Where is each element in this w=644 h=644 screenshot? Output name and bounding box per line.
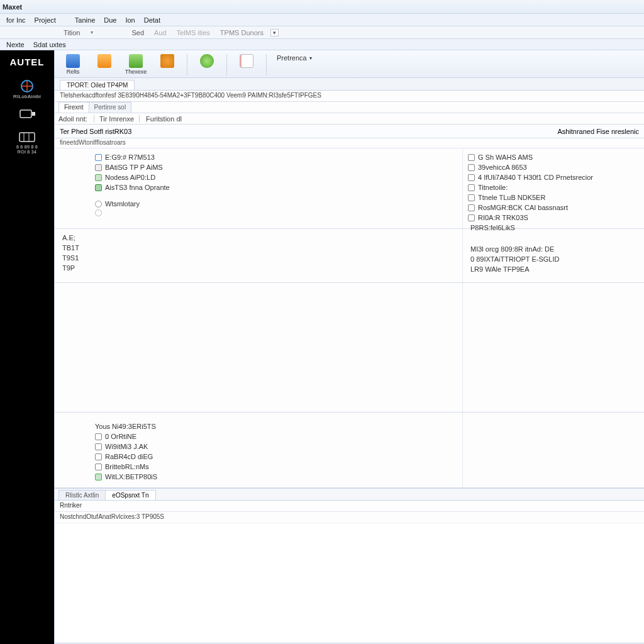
- toolbar-button[interactable]: Relts: [60, 53, 86, 75]
- run-icon: [129, 54, 143, 68]
- document-tab[interactable]: TPORT: Oiled TP4PM: [60, 80, 135, 90]
- svg-rect-3: [19, 133, 35, 142]
- breadcrumb: Tlelsherkacdftonfesf 3E8390H4845-54MA2+3…: [55, 91, 644, 102]
- item-icon: [95, 433, 102, 440]
- list-item[interactable]: Yous Ni49:3ERi5TS: [95, 422, 156, 431]
- section-header: Ter Phed Sotfl ristRK03 Ashitnraned Fise…: [55, 125, 644, 138]
- ribbon-item[interactable]: TelMS ities: [174, 28, 213, 37]
- subtabs: Firexnt Pertinre sol: [55, 102, 644, 113]
- tabstrip: TPORT: Oiled TP4PM: [55, 78, 644, 91]
- list-item[interactable]: WitLX:BETP80iS: [105, 472, 157, 481]
- list-item: A.E;: [60, 233, 457, 243]
- list-item[interactable]: Wi9itMi3 J.AK: [105, 442, 148, 451]
- toolbar-button[interactable]: [158, 53, 177, 68]
- item-icon: [95, 184, 102, 191]
- list-item[interactable]: 39vehiccA 8653: [478, 163, 527, 172]
- item-icon: [468, 184, 475, 191]
- list-item[interactable]: RosMGR:BCK CAI bassnasrt: [478, 203, 568, 212]
- toolbar-label: Thexexe: [125, 69, 147, 75]
- svg-rect-1: [20, 110, 31, 118]
- titlebar: Maxet: [0, 0, 644, 14]
- menu-item[interactable]: Due: [100, 15, 120, 25]
- sidebar-item-label: RILobAinibi: [0, 94, 54, 99]
- info-item[interactable]: Furitstion dl: [146, 115, 182, 123]
- menu-item[interactable]: Ion: [121, 15, 138, 25]
- list-item[interactable]: Nodess AiP0:LD: [105, 173, 155, 182]
- menu-item[interactable]: for Inc: [3, 15, 30, 25]
- menu-item[interactable]: Detat: [140, 15, 164, 25]
- list-item[interactable]: AisTS3 fnna Oprante: [105, 183, 170, 192]
- list-item[interactable]: Ttnele TLuB NDK5ER: [478, 193, 545, 202]
- list-item[interactable]: Titnetoile:: [478, 183, 508, 192]
- item-icon: [95, 443, 102, 450]
- list-item[interactable]: RaBR4cD diEG: [105, 452, 153, 461]
- submenu-item[interactable]: Nexte: [3, 40, 28, 50]
- toolbar-button[interactable]: Thexexe: [123, 53, 149, 75]
- list-item: T9P: [60, 263, 457, 273]
- info-item[interactable]: Tir Imrenxe: [94, 115, 140, 123]
- pane-right: [462, 413, 644, 487]
- menubar: for Inc Project Tanine Due Ion Detat: [0, 14, 644, 26]
- ribbon-dropdown-icon[interactable]: ▾: [270, 29, 279, 36]
- sidebar-item[interactable]: 8 8 89 8 8ROI 8 34: [0, 130, 54, 156]
- ribbon-item[interactable]: Aud: [151, 28, 170, 37]
- submenubar: Nexte Sdat uxtes: [0, 39, 644, 50]
- ribbon-item[interactable]: TPMS Dunors: [217, 28, 267, 37]
- item-icon: [468, 174, 475, 181]
- list-item[interactable]: BrittebRL:nMs: [105, 462, 149, 471]
- subtab[interactable]: Pertinre sol: [89, 102, 132, 113]
- ribbon-item[interactable]: Sed: [129, 28, 148, 37]
- list-item[interactable]: BAtiSG TP P AiMS: [105, 163, 163, 172]
- list-item[interactable]: E:G9:# R7M513: [105, 153, 155, 162]
- item-icon: [95, 154, 102, 161]
- item-icon: [95, 201, 102, 208]
- ribbon: Tition ▾ Sed Aud TelMS ities TPMS Dunors…: [0, 26, 644, 39]
- document-icon: [240, 54, 253, 68]
- item-icon: [95, 474, 102, 480]
- folder-icon: [97, 54, 111, 68]
- menu-item[interactable]: Tanine: [71, 15, 99, 25]
- list-item: T9S1: [60, 253, 457, 263]
- infobar: Adoil nnt: Tir Imrenxe Furitstion dl: [55, 113, 644, 125]
- info-item[interactable]: Adoil nnt:: [58, 115, 87, 123]
- refresh-icon: [200, 54, 214, 68]
- home-icon: [66, 54, 80, 68]
- bottom-tab[interactable]: eOSpsnxt Tn: [105, 490, 155, 500]
- list-item[interactable]: G Sh WAHS AMS: [478, 153, 533, 162]
- toolbar-preferences[interactable]: Pretrenca ▾: [277, 53, 312, 62]
- sidebar-item[interactable]: [0, 107, 54, 123]
- sidebar-item[interactable]: RILobAinibi: [0, 79, 54, 101]
- item-icon: [95, 453, 102, 460]
- ribbon-dropdown-icon[interactable]: ▾: [87, 29, 96, 36]
- chevron-down-icon[interactable]: ▾: [309, 55, 312, 61]
- ribbon-item[interactable]: Tition: [60, 28, 84, 37]
- bottom-row: NostchndOtufAnatRvlcixes:3 TP905S: [55, 512, 644, 523]
- item-icon: [468, 154, 475, 161]
- list-item[interactable]: RI0A:R TRK03S: [478, 213, 528, 222]
- item-icon: [95, 209, 102, 216]
- globe-icon: [19, 80, 35, 92]
- pane-left: E:G9:# R7M513 BAtiSG TP P AiMS Nodess Ai…: [55, 148, 462, 228]
- bottom-tabstrip: Rlistlc Axtlin eOSpsnxt Tn: [55, 488, 644, 501]
- module-icon: [19, 131, 35, 143]
- toolbar-button[interactable]: [237, 53, 256, 68]
- toolbar-button[interactable]: [95, 53, 114, 68]
- pane-left: A.E; TB1T T9S1 T9P: [55, 229, 462, 282]
- bottom-tab[interactable]: Rlistlc Axtlin: [58, 490, 106, 500]
- submenu-item[interactable]: Sdat uxtes: [30, 40, 70, 50]
- pane-right: MI3l orcg 809:8R itnAd: DE 0 89IXTAiTTRI…: [462, 229, 644, 282]
- pane-left: Yous Ni49:3ERi5TS 0 OrRtiNE Wi9itMi3 J.A…: [55, 413, 462, 487]
- toolbar-button[interactable]: [197, 53, 216, 68]
- menu-item[interactable]: Project: [31, 15, 60, 25]
- content: Relts Thexexe Pretrenca ▾: [54, 50, 644, 644]
- item-icon: [468, 204, 475, 211]
- item-icon: [468, 164, 475, 171]
- list-item[interactable]: Wtsmlotary: [105, 199, 140, 208]
- subtab[interactable]: Firexnt: [58, 102, 89, 113]
- sidebar-item-label: 8 8 89 8 8ROI 8 34: [0, 145, 54, 155]
- list-item: LR9 WAle TFP9EA: [468, 264, 639, 274]
- sidebar: AUTEL RILobAinibi 8 8 89 8 8ROI 8 34: [0, 50, 54, 644]
- list-item[interactable]: 0 OrRtiNE: [105, 432, 136, 441]
- list-item[interactable]: 4 IfUli7A840 T H30f1 CD Prnetsrecior: [478, 173, 593, 182]
- svg-rect-2: [32, 112, 35, 116]
